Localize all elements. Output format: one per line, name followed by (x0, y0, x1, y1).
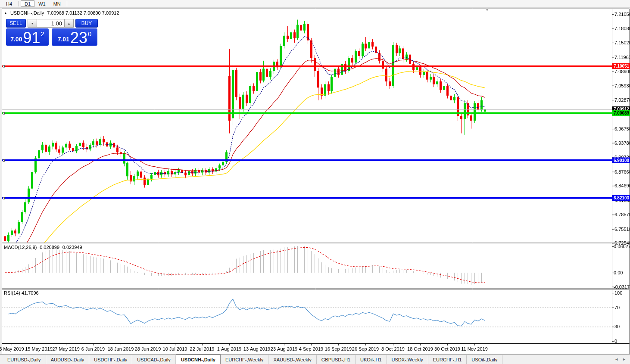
chart-tab-usdchf-daily[interactable]: USDCHF-,Daily (89, 355, 132, 364)
chart-tab-usdcnh-daily[interactable]: USDCNH-,Daily (176, 355, 221, 364)
buy-price-prefix: 7.01 (58, 36, 69, 43)
sell-button[interactable]: SELL (6, 19, 26, 28)
chart-tab-eurchf-h1[interactable]: EURCHF-,H1 (428, 355, 467, 364)
chart-tab-xauusd-weekly[interactable]: XAUUSD-,Weekly (268, 355, 316, 364)
sell-price-pip: 2 (41, 30, 44, 37)
chart-tab-audusd-daily[interactable]: AUDUSD-,Daily (46, 355, 90, 364)
timeframe-toolbar: H4D1W1MN (0, 0, 630, 8)
buy-button[interactable]: BUY (75, 19, 98, 28)
chart-tab-bar: EURUSD-,DailyAUDUSD-,DailyUSDCHF-,DailyU… (0, 354, 630, 364)
chart-tab-usdx-weekly[interactable]: USDX-,Weekly (387, 355, 428, 364)
toolbar-separator (18, 1, 19, 6)
amount-input[interactable] (37, 19, 64, 28)
chart-tab-eurusd-daily[interactable]: EURUSD-,Daily (3, 355, 46, 364)
chart-canvas[interactable] (0, 8, 630, 354)
chart-tab-usdcad-daily[interactable]: USDCAD-,Daily (132, 355, 176, 364)
rsi-indicator-label: RSI(14) 41.7096 (4, 290, 39, 296)
chart-tabs: EURUSD-,DailyAUDUSD-,DailyUSDCHF-,DailyU… (0, 355, 502, 364)
tab-scroll-right-icon[interactable]: ► (622, 357, 626, 361)
chart-tab-eurchf-weekly[interactable]: EURCHF-,Weekly (221, 355, 268, 364)
sell-price-prefix: 7.00 (10, 36, 22, 43)
sell-price-display[interactable]: 7.00 91 2 (6, 28, 49, 46)
sell-price-big-digits: 91 (23, 31, 40, 45)
chart-tab-gbpusd-h1[interactable]: GBPUSD-,H1 (317, 355, 356, 364)
chart-tab-usoil-daily[interactable]: USOil-,Daily (467, 355, 502, 364)
collapse-panel-icon[interactable]: ▲ (4, 11, 7, 15)
one-click-trading-panel: SELL ▼ ▲ BUY 7.00 91 2 7.01 23 0 (6, 19, 99, 46)
amount-increase-button[interactable]: ▲ (64, 19, 74, 28)
ohlc-values: 7.00968 7.01132 7.00800 7.00912 (47, 10, 119, 16)
symbol-label: USDCNH-,Daily (10, 10, 44, 16)
timeframe-button-w1[interactable]: W1 (34, 0, 50, 7)
buy-price-pip: 0 (88, 30, 91, 37)
chart-tab-ukoil-h1[interactable]: UKOil-,H1 (356, 355, 387, 364)
chart-title: ▲ USDCNH-,Daily 7.00968 7.01132 7.00800 … (4, 10, 119, 16)
toolbar-separator (67, 1, 67, 6)
chart-shift-icon[interactable]: ▼ (485, 8, 489, 12)
macd-indicator-label: MACD(12,26,9) -0.020899 -0.023949 (4, 245, 82, 250)
tab-scroll-arrows: ◄ ► (614, 355, 630, 364)
tab-scroll-left-icon[interactable]: ◄ (614, 357, 618, 361)
timeframe-button-h4[interactable]: H4 (2, 0, 16, 7)
timeframe-button-d1[interactable]: D1 (21, 0, 34, 7)
amount-decrease-button[interactable]: ▼ (28, 19, 37, 28)
timeframe-button-mn[interactable]: MN (50, 0, 65, 7)
buy-price-big-digits: 23 (70, 31, 87, 45)
buy-price-display[interactable]: 7.01 23 0 (52, 28, 97, 46)
